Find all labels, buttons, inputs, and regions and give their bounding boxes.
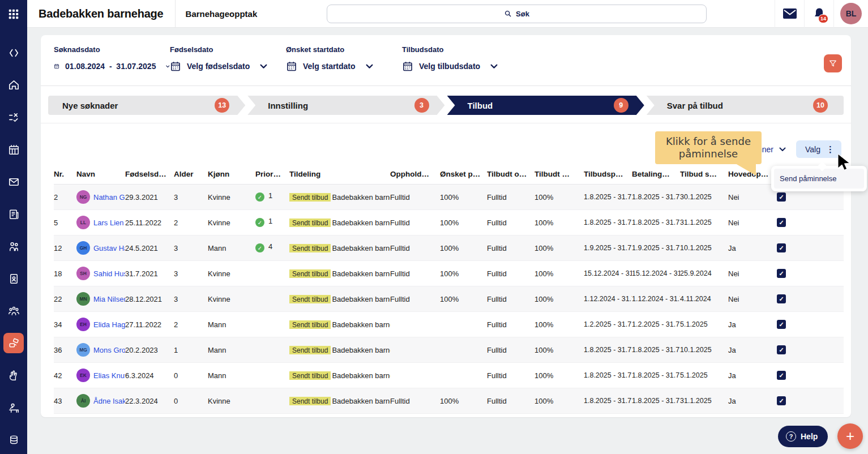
cell-tildeling: Sendt tilbudBadebakken barnehage (289, 371, 390, 380)
collapse-icon[interactable] (3, 42, 24, 63)
child-name-link[interactable]: Elida Haga (93, 320, 125, 329)
cell-age: 2 (174, 320, 208, 329)
cell-tilbudt-opphold: Fulltid (487, 397, 535, 405)
column-header[interactable]: Tilbudt o… (487, 170, 535, 178)
column-header[interactable]: Kjønn (208, 170, 255, 178)
row-checkbox[interactable]: ✓ (777, 371, 786, 380)
admissions-icon[interactable] (3, 333, 24, 353)
cell-nr: 34 (54, 320, 76, 329)
pipeline-step[interactable]: Nye søknader 13 (48, 96, 245, 115)
table-row[interactable]: 36 MG Mons Gro 20.2.2023 1 Mann ✓ Sendt … (54, 337, 844, 363)
filter-date-dropdown[interactable]: Velg startdato (286, 61, 402, 72)
families-icon[interactable] (3, 236, 24, 256)
messages-button[interactable] (775, 0, 804, 28)
cell-onsket-prosent: 100% (440, 193, 487, 202)
table-row[interactable]: 43 ÅI Ådne Isak 22.3.2024 0 Kvinne ✓ Sen… (54, 388, 844, 414)
column-header[interactable]: Tildeling (289, 170, 390, 178)
column-header[interactable]: Ønsket p… (440, 170, 487, 178)
row-checkbox[interactable]: ✓ (777, 243, 786, 252)
row-checkbox[interactable]: ✓ (777, 396, 786, 405)
news-icon[interactable] (3, 204, 24, 224)
child-name-link[interactable]: Elias Knut (93, 371, 125, 380)
child-avatar: ÅI (76, 394, 90, 408)
row-checkbox[interactable]: ✓ (777, 294, 786, 303)
column-header[interactable]: Navn (76, 170, 125, 178)
home-icon[interactable] (3, 75, 24, 95)
pipeline-step[interactable]: Innstilling 3 (247, 96, 444, 115)
child-avatar: GH (76, 241, 90, 255)
profile-button[interactable]: BL (833, 0, 868, 28)
column-header[interactable]: Fødselsd… (125, 170, 174, 178)
search-input[interactable]: Søk (327, 5, 707, 23)
unit-name: Badebakken barnehage (332, 295, 390, 303)
avatar: BL (840, 3, 862, 24)
pipeline-step[interactable]: Svar på tilbud 10 (647, 96, 844, 115)
tasks-icon[interactable] (3, 107, 24, 127)
filters: Søknadsdato 01.08.2024 - 31.07.2025 Føds… (54, 45, 518, 72)
cell-tildeling: Sendt tilbudBadebakken barnehage (289, 397, 390, 405)
groups-icon[interactable] (3, 301, 24, 321)
schedule-icon[interactable] (3, 139, 24, 160)
priority-number: 1 (268, 192, 272, 200)
row-checkbox[interactable]: ✓ (777, 345, 786, 354)
cell-betaling: 1.8.2025 - 31.7.2026 (632, 346, 680, 354)
help-button[interactable]: ? Help (778, 426, 828, 447)
filter-date-dropdown[interactable]: Velg tilbudsdato (402, 61, 518, 72)
row-checkbox[interactable]: ✓ (777, 320, 786, 329)
table-row[interactable]: 42 EK Elias Knut 6.3.2024 0 Mann ✓ Sendt… (54, 363, 844, 388)
unit-name: Badebakken barnehage (332, 371, 390, 380)
cell-birthdate: 6.3.2024 (125, 371, 174, 380)
cell-name: SH Sahid Hus (76, 267, 125, 280)
child-name-link[interactable]: Ådne Isak (93, 397, 125, 405)
cell-opphold: Fulltid (390, 193, 440, 202)
cell-name: EK Elias Knut (76, 369, 125, 382)
column-header[interactable]: Prior… (255, 170, 289, 178)
table-row[interactable]: 2 NG Nathan Gr 29.3.2021 3 Kvinne ✓ 1 Se… (54, 185, 844, 210)
cell-age: 0 (174, 397, 208, 405)
options-button[interactable]: Valg ⋮ (796, 140, 841, 158)
column-header[interactable]: Tilbudt … (535, 170, 584, 178)
column-header[interactable]: Tilbudsp… (584, 170, 632, 178)
cell-tildeling: Sendt tilbudBadebakken barnehage (289, 244, 390, 252)
child-name-link[interactable]: Gustav Ha (93, 244, 125, 252)
row-checkbox[interactable]: ✓ (777, 269, 786, 278)
child-name-link[interactable]: Mons Gro (93, 346, 125, 354)
finance-icon[interactable] (3, 430, 24, 450)
cell-hovedopptak: Nei (728, 295, 776, 303)
table-row[interactable]: 5 LL Lars Lien 25.11.2022 2 Kvinne ✓ 1 S… (54, 210, 844, 235)
column-header[interactable]: Opphold… (390, 170, 440, 178)
child-name-link[interactable]: Nathan Gr (93, 193, 125, 202)
cell-nr: 22 (54, 295, 76, 303)
filter-value: Velg startdato (303, 62, 356, 71)
column-header[interactable]: Betaling… (632, 170, 680, 178)
table-row[interactable]: 34 EH Elida Haga 27.11.2022 2 Mann ✓ Sen… (54, 312, 844, 337)
notifications-button[interactable]: 14 (804, 0, 833, 28)
add-button[interactable]: + (837, 423, 863, 449)
child-name-link[interactable]: Mia Nilsen (93, 295, 125, 303)
hand-icon[interactable] (3, 365, 24, 386)
table-row[interactable]: 12 GH Gustav Ha 24.5.2021 3 Mann ✓ 4 Sen… (54, 235, 844, 261)
column-header[interactable]: Nr. (54, 170, 76, 178)
cell-select: ✓ (776, 192, 844, 202)
cell-name: GH Gustav Ha (76, 241, 125, 255)
child-name-link[interactable]: Lars Lien (93, 219, 123, 227)
employee-icon[interactable] (3, 397, 24, 418)
main-card: Søknadsdato 01.08.2024 - 31.07.2025 Føds… (41, 35, 851, 417)
filter-date-dropdown[interactable]: 01.08.2024 - 31.07.2025 (54, 61, 170, 72)
filter-date-dropdown[interactable]: Velg fødselsdato (170, 61, 286, 72)
column-header[interactable]: Alder (174, 170, 208, 178)
table-row[interactable]: 18 SH Sahid Hus 31.7.2021 3 Kvinne ✓ Sen… (54, 261, 844, 286)
row-checkbox[interactable]: ✓ (777, 192, 786, 202)
row-checkbox[interactable]: ✓ (777, 218, 786, 227)
filter-button[interactable] (824, 54, 842, 72)
cell-select: ✓ (776, 294, 844, 303)
child-name-link[interactable]: Sahid Hus (93, 269, 125, 278)
table-body: 2 NG Nathan Gr 29.3.2021 3 Kvinne ✓ 1 Se… (54, 185, 844, 414)
id-card-icon[interactable] (3, 268, 24, 289)
table-row[interactable]: 22 MN Mia Nilsen 28.12.2021 3 Kvinne ✓ S… (54, 286, 844, 312)
app-launcher-icon[interactable] (0, 0, 27, 28)
column-header[interactable]: Tilbud s… (680, 170, 728, 178)
send-reminder-menu-item[interactable]: Send påminnelse (774, 169, 864, 189)
pipeline-step[interactable]: Tilbud 9 (447, 96, 644, 115)
mail-icon[interactable] (3, 172, 24, 192)
